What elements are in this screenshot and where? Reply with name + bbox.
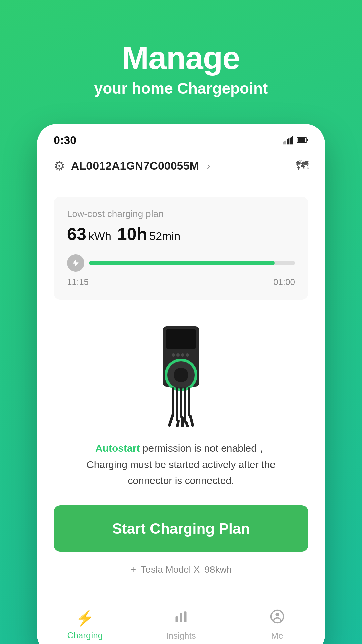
- device-info[interactable]: ⚙ AL0012A1GN7C00055M ›: [54, 159, 210, 173]
- svg-rect-20: [180, 613, 182, 622]
- svg-point-9: [176, 353, 180, 357]
- nav-me[interactable]: Me: [229, 609, 325, 641]
- phone-mockup: 0:30 ⚙ AL0012A1GN7C00055M › 🗺 Low-cost: [37, 124, 325, 644]
- car-model: Tesla Model X: [141, 564, 200, 575]
- charger-visual: [144, 323, 218, 427]
- svg-point-13: [174, 368, 188, 382]
- svg-marker-2: [283, 140, 286, 144]
- plan-stats: 63 kWh 10h 52min: [67, 224, 295, 244]
- svg-point-10: [181, 353, 184, 357]
- autostart-label: Autostart: [95, 443, 140, 454]
- start-charging-button[interactable]: Start Charging Plan: [54, 505, 308, 552]
- time-start: 11:15: [67, 277, 89, 287]
- car-info: + Tesla Model X 98kwh: [130, 564, 232, 575]
- lightning-circle: [67, 254, 84, 272]
- me-nav-label: Me: [271, 631, 283, 641]
- svg-rect-7: [166, 329, 196, 349]
- progress-fill: [89, 261, 275, 265]
- charger-image-container: [144, 323, 218, 427]
- energy-unit: kWh: [88, 230, 111, 243]
- svg-marker-1: [287, 138, 289, 144]
- notice-text: Autostart permission is not enabled，Char…: [80, 440, 282, 489]
- svg-point-23: [275, 613, 279, 616]
- signal-icon: [282, 135, 293, 145]
- header-subtitle: your home Chargepoint: [94, 79, 268, 97]
- svg-point-11: [186, 353, 189, 357]
- svg-rect-17: [184, 387, 186, 423]
- main-content: Low-cost charging plan 63 kWh 10h 52min …: [37, 183, 325, 599]
- status-bar: 0:30: [37, 124, 325, 152]
- top-bar: ⚙ AL0012A1GN7C00055M › 🗺: [37, 152, 325, 183]
- insights-nav-icon: [174, 609, 188, 627]
- status-time: 0:30: [54, 133, 76, 147]
- progress-container: [67, 254, 295, 272]
- time-hours: 10h: [117, 224, 147, 244]
- chevron-right-icon: ›: [207, 160, 210, 172]
- me-nav-icon: [270, 609, 285, 627]
- svg-rect-15: [176, 387, 178, 421]
- gear-icon: ⚙: [54, 159, 65, 173]
- status-icons: [282, 135, 308, 145]
- insights-nav-label: Insights: [166, 631, 196, 641]
- svg-rect-5: [307, 139, 308, 141]
- svg-point-8: [172, 353, 175, 357]
- progress-track: [89, 261, 295, 265]
- header-title: Manage: [94, 40, 268, 76]
- svg-rect-4: [298, 138, 305, 142]
- plus-icon: +: [130, 564, 136, 575]
- map-icon[interactable]: 🗺: [296, 159, 308, 173]
- charging-nav-icon: ⚡: [76, 609, 94, 627]
- svg-marker-0: [290, 136, 293, 145]
- plan-label: Low-cost charging plan: [67, 209, 295, 219]
- time-labels: 11:15 01:00: [67, 277, 295, 287]
- battery-icon: [297, 135, 308, 145]
- car-battery: 98kwh: [204, 564, 232, 575]
- device-id: AL0012A1GN7C00055M: [71, 159, 199, 172]
- lightning-icon: [71, 258, 80, 268]
- bottom-nav: ⚡ Charging Insights Me: [37, 599, 325, 644]
- energy-value: 63: [67, 224, 86, 244]
- time-minutes: 52min: [149, 230, 180, 243]
- header-section: Manage your home Chargepoint: [74, 0, 288, 124]
- nav-insights[interactable]: Insights: [133, 609, 229, 641]
- svg-rect-19: [176, 616, 178, 622]
- time-end: 01:00: [273, 277, 295, 287]
- charging-plan-card: Low-cost charging plan 63 kWh 10h 52min …: [54, 197, 308, 300]
- nav-charging[interactable]: ⚡ Charging: [37, 609, 133, 641]
- svg-rect-18: [188, 387, 190, 416]
- svg-rect-16: [180, 387, 182, 418]
- svg-rect-14: [172, 387, 174, 414]
- charging-nav-label: Charging: [67, 630, 103, 641]
- svg-rect-21: [184, 611, 186, 622]
